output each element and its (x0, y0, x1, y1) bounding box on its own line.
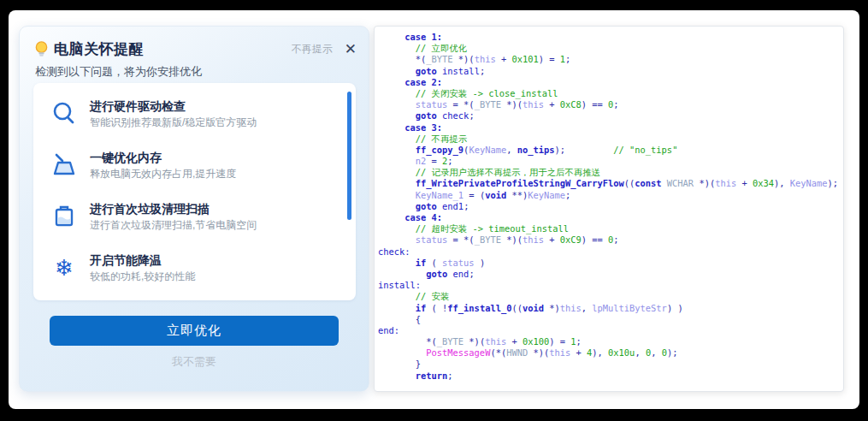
care-items-panel: 进行硬件驱动检查 智能识别推荐最新版/稳定版官方驱动 一键优化内存 释放电脑无效… (33, 83, 356, 300)
code-line: // 不再提示 (378, 133, 843, 145)
code-line: ff_WritePrivateProfileStringW_CarryFlow(… (378, 178, 843, 189)
code-line: goto end1; (378, 201, 843, 212)
optimize-now-button[interactable]: 立即优化 (50, 316, 339, 346)
broom-icon (50, 151, 78, 179)
lightbulb-icon (33, 40, 50, 58)
code-line: case 4: (378, 212, 843, 223)
care-item-junk-clean: 进行首次垃圾清理扫描 进行首次垃圾清理扫描,节省电脑空间 (50, 201, 333, 244)
care-item-title: 进行硬件驱动检查 (90, 98, 257, 114)
dont-remind-link[interactable]: 不再提示 (292, 42, 333, 56)
care-item-driver-check: 进行硬件驱动检查 智能识别推荐最新版/稳定版官方驱动 (50, 98, 333, 141)
code-line: KeyName_1 = (void **)KeyName; (378, 190, 843, 201)
care-item-memory-optimize: 一键优化内存 释放电脑无效内存占用,提升速度 (50, 150, 333, 193)
care-reminder-dialog: 电脑关怀提醒 不再提示 ✕ 检测到以下问题，将为你安排优化 进行硬件驱动检查 智… (19, 26, 369, 392)
code-line: end: (378, 325, 843, 336)
code-line: ff_copy_9(KeyName, no_tips); // "no_tips… (378, 145, 843, 156)
care-item-texts: 进行硬件驱动检查 智能识别推荐最新版/稳定版官方驱动 (90, 98, 257, 141)
dialog-title: 电脑关怀提醒 (54, 39, 144, 59)
code-line: goto install; (378, 66, 843, 77)
code-line: case 1: (378, 32, 843, 43)
trash-icon (50, 203, 78, 230)
code-line: goto end; (378, 269, 843, 280)
code-line: status = *(_BYTE *)(this + 0xC8) == 0; (378, 99, 843, 110)
code-line: // 立即优化 (378, 43, 843, 54)
care-item-title: 开启节能降温 (90, 252, 195, 268)
dialog-subtitle: 检测到以下问题，将为你安排优化 (35, 64, 202, 80)
care-item-texts: 一键优化内存 释放电脑无效内存占用,提升速度 (90, 150, 236, 193)
code-line: // 超时安装 -> timeout_install (378, 223, 843, 234)
code-line: *(_BYTE *)(this + 0x100) = 1; (378, 336, 843, 347)
code-line: // 关闭安装 -> close_install (378, 88, 843, 99)
scrollbar-thumb[interactable] (347, 92, 351, 220)
care-item-title: 进行首次垃圾清理扫描 (90, 201, 257, 216)
close-icon[interactable]: ✕ (345, 42, 357, 56)
care-item-texts: 开启节能降温 较低的功耗,较好的性能 (90, 252, 195, 295)
code-line: // 记录用户选择不再提示，用于之后不再推送 (378, 167, 843, 178)
app-window: 电脑关怀提醒 不再提示 ✕ 检测到以下问题，将为你安排优化 进行硬件驱动检查 智… (9, 10, 859, 409)
code-line: status = *(_BYTE *)(this + 0xC9) == 0; (378, 234, 843, 246)
search-icon (50, 100, 78, 127)
code-line: } (378, 359, 843, 370)
code-line: { (378, 314, 843, 325)
care-item-title: 一键优化内存 (90, 150, 236, 165)
code-line: case 3: (378, 122, 843, 133)
code-line: install: (378, 280, 843, 291)
care-item-cooling: ❄ 开启节能降温 较低的功耗,较好的性能 (50, 252, 333, 295)
code-line: goto check; (378, 110, 843, 122)
code-line: *(_BYTE *)(this + 0x101) = 1; (378, 54, 843, 65)
care-item-desc: 较低的功耗,较好的性能 (90, 270, 195, 284)
decompiler-code-panel[interactable]: case 1: // 立即优化 *(_BYTE *)(this + 0x101)… (374, 26, 844, 392)
pseudocode: case 1: // 立即优化 *(_BYTE *)(this + 0x101)… (375, 27, 843, 382)
code-line: return; (378, 371, 843, 382)
dialog-header: 电脑关怀提醒 不再提示 ✕ (33, 39, 357, 59)
code-line: if ( status ) (378, 258, 843, 269)
code-line: check: (378, 246, 843, 258)
code-line: n2 = 2; (378, 156, 843, 167)
code-line: // 安装 (378, 291, 843, 302)
care-item-desc: 智能识别推荐最新版/稳定版官方驱动 (90, 116, 257, 130)
code-line: if ( !ff_install_0((void *)this, lpMulti… (378, 303, 843, 314)
care-item-desc: 进行首次垃圾清理扫描,节省电脑空间 (90, 218, 257, 233)
care-item-texts: 进行首次垃圾清理扫描 进行首次垃圾清理扫描,节省电脑空间 (90, 201, 257, 244)
no-need-button[interactable]: 我不需要 (20, 354, 369, 370)
snowflake-icon: ❄ (50, 254, 78, 282)
code-line: case 2: (378, 77, 843, 88)
care-item-desc: 释放电脑无效内存占用,提升速度 (90, 167, 236, 181)
code-line: PostMessageW(*(HWND *)(this + 4), 0x10u,… (378, 347, 843, 359)
